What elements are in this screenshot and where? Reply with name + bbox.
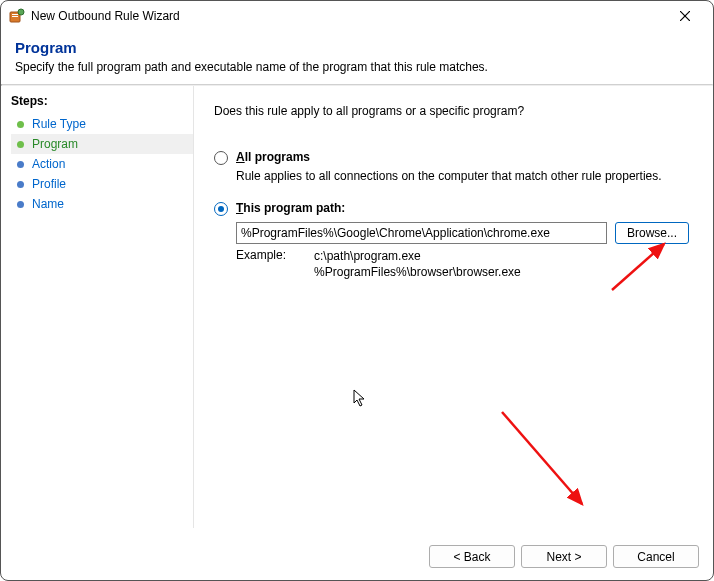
example-label: Example: (236, 248, 286, 280)
close-button[interactable] (665, 2, 705, 30)
page-heading: Program (15, 39, 699, 56)
next-button[interactable]: Next > (521, 545, 607, 568)
svg-point-8 (17, 161, 24, 168)
bullet-icon (15, 139, 26, 150)
question-text: Does this rule apply to all programs or … (214, 104, 689, 118)
svg-point-6 (17, 121, 24, 128)
bullet-icon (15, 179, 26, 190)
program-path-input[interactable] (236, 222, 607, 244)
step-program[interactable]: Program (11, 134, 193, 154)
example-block: Example: c:\path\program.exe %ProgramFil… (236, 248, 689, 280)
page-header: Program Specify the full program path an… (1, 31, 713, 84)
step-action[interactable]: Action (11, 154, 193, 174)
step-label: Action (32, 157, 65, 171)
app-icon (9, 8, 25, 24)
titlebar: New Outbound Rule Wizard (1, 1, 713, 31)
radio-icon[interactable] (214, 151, 228, 165)
option-this-path[interactable]: This program path: (214, 201, 689, 216)
svg-point-10 (17, 201, 24, 208)
content-pane: Does this rule apply to all programs or … (193, 86, 713, 528)
step-label: Name (32, 197, 64, 211)
bullet-icon (15, 159, 26, 170)
example-paths: c:\path\program.exe %ProgramFiles%\brows… (314, 248, 521, 280)
option-all-label: All programs (236, 150, 310, 164)
window-title: New Outbound Rule Wizard (31, 9, 665, 23)
step-label: Profile (32, 177, 66, 191)
steps-sidebar: Steps: Rule Type Program Action Profile (1, 86, 193, 528)
svg-point-7 (17, 141, 24, 148)
step-label: Program (32, 137, 78, 151)
cursor-icon (353, 389, 369, 409)
step-rule-type[interactable]: Rule Type (11, 114, 193, 134)
wizard-footer: < Back Next > Cancel (429, 545, 699, 568)
page-description: Specify the full program path and execut… (15, 60, 699, 74)
svg-point-3 (18, 9, 24, 15)
annotation-arrow (494, 404, 594, 514)
option-all-programs[interactable]: All programs (214, 150, 689, 165)
radio-icon[interactable] (214, 202, 228, 216)
browse-button[interactable]: Browse... (615, 222, 689, 244)
bullet-icon (15, 199, 26, 210)
svg-point-9 (17, 181, 24, 188)
sidebar-title: Steps: (11, 94, 193, 108)
step-label: Rule Type (32, 117, 86, 131)
svg-rect-2 (12, 16, 18, 17)
cancel-button[interactable]: Cancel (613, 545, 699, 568)
step-profile[interactable]: Profile (11, 174, 193, 194)
svg-rect-1 (12, 14, 18, 15)
step-name[interactable]: Name (11, 194, 193, 214)
svg-line-12 (502, 412, 582, 504)
bullet-icon (15, 119, 26, 130)
option-path-label: This program path: (236, 201, 345, 215)
option-all-desc: Rule applies to all connections on the c… (236, 169, 689, 183)
back-button[interactable]: < Back (429, 545, 515, 568)
